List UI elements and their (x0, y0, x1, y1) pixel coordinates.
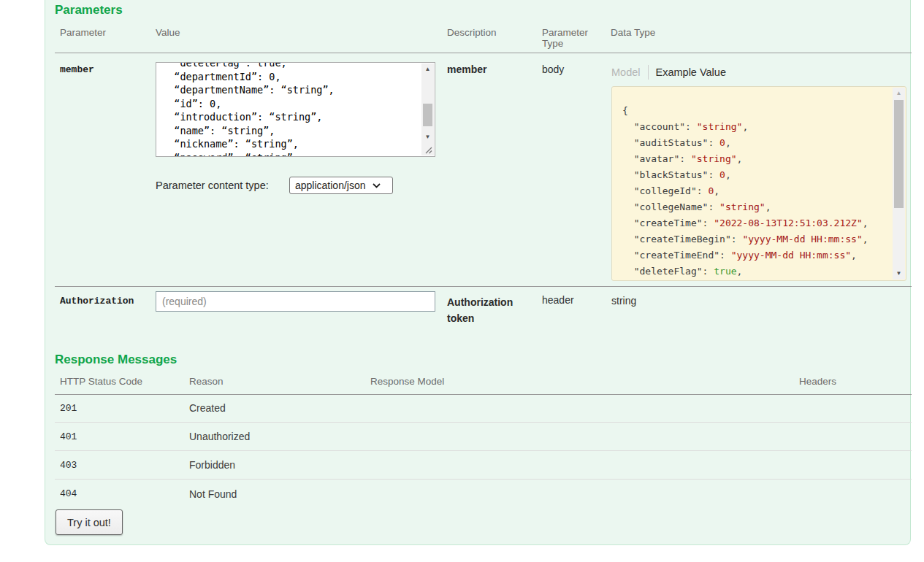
json-line: "createTime": "2022-08-13T12:51:03.212Z"… (622, 215, 892, 231)
status-code-cell: 404 (60, 488, 189, 499)
scroll-down-icon[interactable]: ▼ (421, 131, 434, 143)
response-row: 201Created (55, 394, 912, 423)
content-type-selected: application/json (295, 180, 366, 191)
authorization-parameter-type: header (542, 294, 574, 306)
tab-model[interactable]: Model (611, 66, 641, 78)
scroll-down-icon[interactable]: ▼ (893, 268, 905, 280)
reason-cell: Forbidden (189, 459, 370, 471)
parameter-name-member: member (60, 64, 94, 75)
member-description: member (447, 63, 486, 75)
scroll-up-icon[interactable]: ▲ (421, 63, 434, 75)
column-response-model: Response Model (370, 376, 799, 387)
json-line: "departmentId": 0, (622, 280, 892, 280)
status-code-cell: 401 (60, 431, 189, 442)
example-scrollbar[interactable]: ▲ ▼ (893, 88, 905, 280)
textarea-scrollbar-thumb[interactable] (423, 104, 432, 126)
json-line: "blackStatus": 0, (622, 167, 892, 183)
parameters-heading: Parameters (55, 3, 123, 18)
parameter-name-authorization: Authorization (60, 296, 134, 307)
response-row: 401Unauthorized (55, 423, 912, 451)
data-type-tabs: Model Example Value (611, 65, 726, 80)
parameter-value-textarea[interactable]: “deleteFlag”: true, “departmentId”: 0, “… (156, 62, 435, 157)
example-value-json: { "account": "string", "auditStatus": 0,… (612, 96, 892, 280)
status-code-cell: 201 (60, 403, 189, 414)
json-line: "createTimeBegin": "yyyy-MM-dd HH:mm:ss"… (622, 231, 892, 247)
scroll-up-icon[interactable]: ▲ (893, 88, 905, 99)
status-code-cell: 403 (60, 460, 189, 471)
response-table-header: HTTP Status Code Reason Response Model H… (45, 376, 912, 387)
response-messages-heading: Response Messages (55, 353, 177, 367)
authorization-data-type: string (611, 295, 636, 307)
column-parameter-type: Parameter Type (542, 27, 600, 49)
textarea-scrollbar[interactable]: ▲ ▼ (421, 63, 434, 143)
column-data-type: Data Type (611, 27, 912, 49)
parameters-table-header: Parameter Value Description Parameter Ty… (45, 27, 912, 49)
try-it-out-button[interactable]: Try it out! (56, 509, 123, 535)
json-line: "createTimeEnd": "yyyy-MM-dd HH:mm:ss", (622, 247, 892, 263)
authorization-input[interactable] (156, 291, 435, 312)
row-divider (55, 286, 912, 287)
tab-divider (648, 65, 649, 80)
column-reason: Reason (189, 376, 370, 387)
content-type-label: Parameter content type: (156, 180, 269, 191)
column-http-status-code: HTTP Status Code (60, 376, 189, 387)
authorization-description: Authorization token (447, 294, 533, 326)
operation-content-panel: Parameters Parameter Value Description P… (45, 0, 911, 545)
json-line: "avatar": "string", (622, 151, 892, 167)
json-line: "auditStatus": 0, (622, 135, 892, 151)
parameter-value-text: “deleteFlag”: true, “departmentId”: 0, “… (156, 63, 421, 156)
column-headers: Headers (799, 376, 912, 387)
resize-grip-icon[interactable] (421, 143, 434, 155)
column-parameter: Parameter (60, 27, 156, 49)
json-line: "account": "string", (622, 119, 892, 135)
reason-cell: Not Found (189, 488, 370, 500)
json-line: "collegeId": 0, (622, 183, 892, 199)
json-line: "deleteFlag": true, (622, 263, 892, 280)
column-description: Description (447, 27, 542, 49)
tab-example-value[interactable]: Example Value (656, 66, 726, 78)
reason-cell: Unauthorized (189, 431, 370, 442)
example-scrollbar-thumb[interactable] (894, 100, 904, 208)
json-line: { (622, 103, 892, 119)
response-row: 403Forbidden (55, 451, 912, 480)
content-type-select[interactable]: application/json (289, 177, 393, 194)
json-line: "collegeName": "string", (622, 199, 892, 215)
member-parameter-type: body (542, 63, 564, 75)
response-row: 404Not Found (55, 480, 912, 508)
response-rows: 201Created401Unauthorized403Forbidden404… (55, 394, 912, 508)
example-value-box[interactable]: { "account": "string", "auditStatus": 0,… (611, 86, 906, 281)
header-divider (55, 53, 912, 53)
chevron-down-icon (373, 183, 381, 188)
column-value: Value (156, 27, 447, 49)
reason-cell: Created (189, 402, 370, 414)
